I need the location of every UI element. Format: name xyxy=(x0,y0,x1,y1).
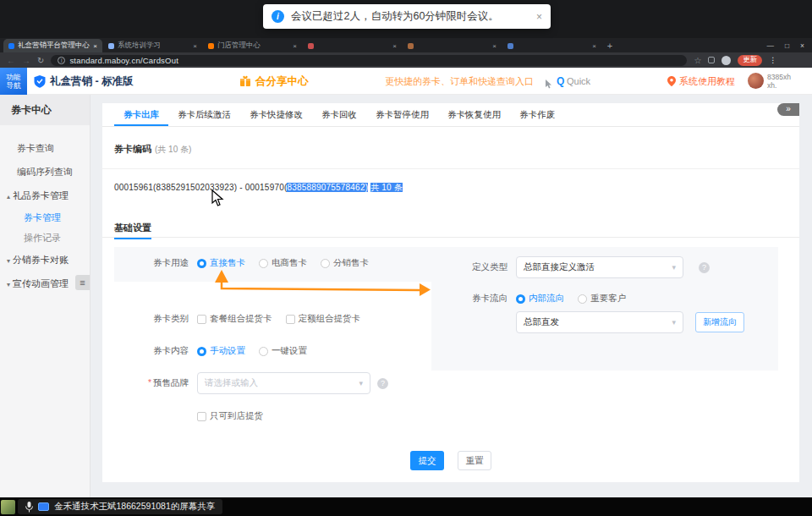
checkbox-store-pickup-only[interactable]: 只可到店提货 xyxy=(197,410,263,422)
sidebar-item-operation-log[interactable]: 操作记录 xyxy=(0,228,90,248)
select-value: 总部直发 xyxy=(524,316,559,328)
tab-card-suspend[interactable]: 券卡暂停使用 xyxy=(366,103,438,126)
browser-profile-icon[interactable] xyxy=(721,56,731,65)
radio-key-customer[interactable]: 重要客户 xyxy=(578,293,626,305)
radio-distribution-sale[interactable]: 分销售卡 xyxy=(321,257,369,269)
browser-tab-2[interactable]: 系统培训学习 × xyxy=(103,39,202,52)
browser-tab-1[interactable]: 礼盒营销平台管理中心 × xyxy=(3,39,102,52)
tab-card-void[interactable]: 券卡作废 xyxy=(510,103,564,126)
content-card: » 券卡出库 券卡后续激活 券卡快捷修改 券卡回收 券卡暂停使用 券卡恢复使用 … xyxy=(102,103,799,482)
brand-shield-icon xyxy=(34,75,46,88)
tab-favicon-icon xyxy=(8,43,14,49)
radio-on-icon xyxy=(516,294,525,304)
presale-brand-select[interactable]: 请选择或输入 ▾ xyxy=(197,372,370,394)
tab-close-icon[interactable]: × xyxy=(592,42,596,50)
promo-text: 更快捷的券卡、订单和快递查询入口 xyxy=(385,68,534,95)
tab-card-quick-edit[interactable]: 券卡快捷修改 xyxy=(240,103,312,126)
radio-ecommerce-sale[interactable]: 电商售卡 xyxy=(259,257,307,269)
submit-button[interactable]: 提交 xyxy=(410,451,444,470)
add-flow-button[interactable]: 新增流向 xyxy=(695,312,744,332)
tab-card-outbound[interactable]: 券卡出库 xyxy=(114,103,168,126)
sidebar-group-distribution-reconcile[interactable]: ▾分销券卡对账 xyxy=(0,248,90,272)
flow-target-select[interactable]: 总部直发 ▾ xyxy=(516,311,683,333)
tab-close-icon[interactable]: × xyxy=(293,42,297,50)
tab-card-resume[interactable]: 券卡恢复使用 xyxy=(438,103,510,126)
browser-tab-4[interactable]: × xyxy=(303,39,402,52)
checkbox-combo-pickup-card[interactable]: 套餐组合提货卡 xyxy=(197,313,272,325)
forward-icon[interactable]: → xyxy=(22,56,30,65)
sidebar-group-label: 宣传动画管理 xyxy=(13,278,69,288)
quick-link[interactable]: Quick xyxy=(567,68,590,95)
help-icon[interactable]: ? xyxy=(699,262,710,273)
field-card-flow: 券卡流向 内部流向 重要客户 xyxy=(431,293,778,305)
card-code-range[interactable]: 00015961(8385291502033923) - 00015970(83… xyxy=(114,182,403,194)
radio-internal-flow[interactable]: 内部流向 xyxy=(516,293,564,305)
main-area: » 券卡出库 券卡后续激活 券卡快捷修改 券卡回收 券卡暂停使用 券卡恢复使用 … xyxy=(91,95,812,497)
share-center-label: 合分享中心 xyxy=(255,74,309,89)
tab-title: 门店管理中心 xyxy=(217,41,290,51)
bookmark-star-icon[interactable]: ☆ xyxy=(694,56,701,65)
form-actions: 提交 重置 xyxy=(102,451,799,470)
basic-settings-title: 基础设置 xyxy=(114,221,151,239)
tab-close-icon[interactable]: × xyxy=(193,42,197,50)
radio-manual-setup[interactable]: 手动设置 xyxy=(197,345,245,357)
tutorial-link[interactable]: 系统使用教程 xyxy=(667,68,735,95)
sidebar-item-code-sequence-query[interactable]: 编码序列查询 xyxy=(0,160,90,184)
select-placeholder: 请选择或输入 xyxy=(205,377,258,389)
chrome-update-chip[interactable]: 更新 xyxy=(738,55,762,66)
extensions-icon[interactable] xyxy=(708,57,715,63)
field-label: 券卡用途 xyxy=(114,257,189,269)
sidebar-group-gift-card-mgmt[interactable]: ▴礼品券卡管理 xyxy=(0,184,90,207)
sidebar-item-card-query[interactable]: 券卡查询 xyxy=(0,136,90,160)
sidebar-group-label: 分销券卡对账 xyxy=(13,255,69,265)
sidebar-collapse-toggle[interactable]: ≡ xyxy=(75,275,90,290)
hamburger-icon: ≡ xyxy=(80,277,85,288)
radio-direct-sale[interactable]: 直接售卡 xyxy=(197,257,245,269)
reset-button[interactable]: 重置 xyxy=(458,451,491,470)
sidebar-item-card-management[interactable]: 券卡管理 xyxy=(0,207,90,228)
tab-close-icon[interactable]: × xyxy=(492,42,497,50)
app-body: 券卡中心 券卡查询 编码序列查询 ▴礼品券卡管理 券卡管理 操作记录 ▾分销券卡… xyxy=(0,95,812,497)
field-store-only: 只可到店提货 xyxy=(114,410,431,422)
radio-one-click-setup[interactable]: 一键设置 xyxy=(259,345,307,357)
checkbox-icon xyxy=(197,412,206,421)
view-tabs: 券卡出库 券卡后续激活 券卡快捷修改 券卡回收 券卡暂停使用 券卡恢复使用 券卡… xyxy=(102,103,799,127)
toast-close-icon[interactable]: × xyxy=(528,11,542,23)
browser-menu-icon[interactable]: ⋮ xyxy=(769,56,776,64)
function-nav-button[interactable]: 功能 导航 xyxy=(0,68,27,95)
back-icon[interactable]: ← xyxy=(7,56,15,65)
microphone-icon xyxy=(25,502,33,513)
definition-type-select[interactable]: 总部直接定义激活 ▾ xyxy=(516,256,683,278)
url-bar[interactable]: i standard.maboy.cn/CardsOut xyxy=(51,55,687,66)
screen-share-bar: 金禾通技术王斌18662591081的屏幕共享 xyxy=(0,497,812,516)
field-card-content: 券卡内容 手动设置 一键设置 xyxy=(114,345,431,357)
browser-tab-5[interactable]: × xyxy=(403,39,502,52)
checkbox-fixed-combo-pickup-card[interactable]: 定额组合提货卡 xyxy=(286,313,361,325)
help-icon[interactable]: ? xyxy=(377,378,388,389)
tab-card-recycle[interactable]: 券卡回收 xyxy=(312,103,366,126)
sidebar-title: 券卡中心 xyxy=(0,95,90,125)
reload-icon[interactable]: ↻ xyxy=(37,56,44,65)
site-info-icon[interactable]: i xyxy=(58,57,65,64)
window-minimize-button[interactable]: — xyxy=(766,41,774,50)
tab-title: 礼盒营销平台管理中心 xyxy=(18,41,91,51)
browser-tab-3[interactable]: 门店管理中心 × xyxy=(203,39,302,52)
panel-collapse-button[interactable]: » xyxy=(777,103,799,116)
window-close-button[interactable]: × xyxy=(800,41,804,50)
window-maximize-button[interactable]: □ xyxy=(785,41,789,50)
share-center-link[interactable]: 合分享中心 xyxy=(239,68,309,95)
user-avatar[interactable] xyxy=(748,73,764,89)
tab-card-later-activate[interactable]: 券卡后续激活 xyxy=(168,103,240,126)
browser-tab-6[interactable]: × xyxy=(502,39,601,52)
brand-title: 礼盒营销 - 标准版 xyxy=(50,68,134,95)
browser-tab-bar: 礼盒营销平台管理中心 × 系统培训学习 × 门店管理中心 × × × × xyxy=(0,38,812,52)
radio-label: 直接售卡 xyxy=(210,257,245,269)
function-nav-label-bottom: 导航 xyxy=(0,81,27,90)
tab-close-icon[interactable]: × xyxy=(392,42,397,50)
field-definition-type: 定义类型 总部直接定义激活 ▾ ? xyxy=(431,256,778,278)
new-tab-button[interactable]: + xyxy=(602,39,617,52)
chevron-down-icon: ▾ xyxy=(359,379,363,387)
tab-close-icon[interactable]: × xyxy=(93,42,97,50)
field-card-usage: 券卡用途 直接售卡 电商售卡 分销售卡 xyxy=(114,257,431,269)
code-text: 00015961(8385291502033923) - 00015970( xyxy=(114,183,287,192)
